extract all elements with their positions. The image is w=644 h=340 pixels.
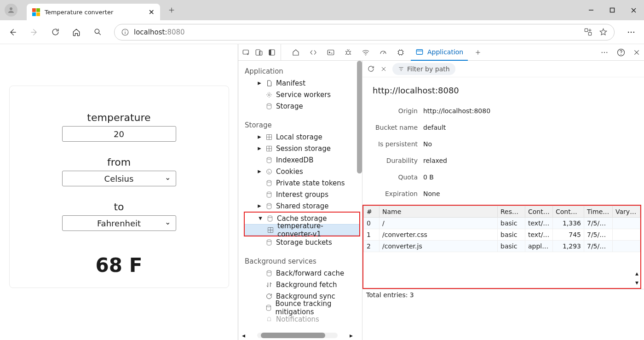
forward-button[interactable] [25,23,43,41]
svg-point-32 [268,171,268,171]
minimize-button[interactable] [581,0,602,20]
svg-rect-11 [243,50,248,54]
sidebar-item-manifest[interactable]: ▸Manifest [244,77,362,89]
sidebar-scrollbar[interactable] [357,61,362,173]
sidebar-item-session-storage[interactable]: ▸Session storage [244,143,362,154]
svg-point-5 [125,30,126,31]
rendered-page: temperature 20 from Celsius to Fahrenhei… [0,44,238,340]
svg-point-37 [267,203,271,205]
tab-close-icon[interactable]: ✕ [149,8,155,17]
tab-application[interactable]: Application [411,44,468,61]
hscroll-track[interactable] [257,333,338,338]
svg-rect-15 [269,50,271,55]
application-sidebar[interactable]: Application ▸Manifest Service workers St… [238,61,362,340]
label-to: to [114,201,124,213]
sidebar-item-bfcache[interactable]: Back/forward cache [244,267,362,279]
col-response[interactable]: Resp… [498,206,525,218]
svg-rect-6 [585,29,587,31]
col-content-type[interactable]: Cont… [525,206,553,218]
sidebar-item-service-workers[interactable]: Service workers [244,89,362,100]
new-tab-button[interactable] [164,2,179,18]
svg-point-34 [269,172,269,173]
col-content-length[interactable]: Conte… [553,206,584,218]
sidebar-item-storage[interactable]: Storage [244,100,362,112]
back-button[interactable] [4,23,22,41]
devtools-tabbar: Application [238,44,644,61]
console-icon [327,48,335,57]
table-row[interactable]: 0/basictext/…1,3367/5/2… [364,218,640,229]
label-from: from [107,156,131,168]
tab-welcome[interactable] [288,44,303,61]
col-name[interactable]: Name [380,206,498,218]
col-vary[interactable]: Vary … [613,206,640,218]
sidebar-item-indexeddb[interactable]: IndexedDB [244,154,362,166]
refresh-icon[interactable] [367,65,375,73]
address-bar[interactable]: localhost:8080 [114,24,615,40]
col-time[interactable]: Time … [584,206,613,218]
sidebar-item-private-tokens[interactable]: Private state tokens [244,177,362,189]
browser-tab[interactable]: Temperature converter ✕ [27,4,160,20]
wifi-icon [361,48,370,57]
svg-point-40 [267,240,271,242]
sidebar-item-interest-groups[interactable]: Interest groups [244,189,362,200]
database-icon [265,179,273,187]
device-icon[interactable] [255,48,263,57]
svg-point-31 [267,169,272,174]
devtools-close-icon[interactable] [633,49,640,56]
svg-rect-2 [610,8,615,12]
scroll-right-icon[interactable]: ▸ [350,332,353,339]
home-button[interactable] [67,23,86,41]
sidebar-item-storage-buckets[interactable]: Storage buckets [244,236,362,248]
tab-performance[interactable] [376,44,391,61]
extensions-icon[interactable] [584,28,592,36]
temperature-input[interactable]: 20 [62,126,176,142]
to-select[interactable]: Fahrenheit [62,215,176,231]
home-icon [292,48,300,57]
tab-console[interactable] [323,44,338,61]
svg-point-18 [365,55,366,56]
sidebar-item-cache-entry[interactable]: temperature-converter-v1 [245,224,359,236]
search-button[interactable] [88,23,107,41]
sidebar-item-local-storage[interactable]: ▸Local storage [244,131,362,143]
close-button[interactable] [623,0,644,20]
tab-elements[interactable] [306,44,321,61]
table-row[interactable]: 2/converter.jsbasicappli…1,2937/5/2… [364,241,640,252]
section-bg-services: Background services [242,254,362,267]
sidebar-item-notifications[interactable]: Notifications [244,313,362,325]
profile-avatar[interactable] [5,4,17,17]
highlight-cache-storage: ▾Cache storage temperature-converter-v1 [244,212,360,236]
cache-title: http://localhost:8080 [362,77,644,103]
inspect-icon[interactable] [242,48,250,57]
tab-sources[interactable] [341,44,356,61]
tab-memory[interactable] [393,44,408,61]
database-icon [266,215,274,222]
table-scroll-up-icon[interactable]: ▴ [635,270,638,277]
grid-icon [265,133,273,141]
more-tabs-button[interactable] [471,44,485,61]
hscroll-thumb[interactable] [261,333,325,338]
tab-network[interactable] [358,44,373,61]
dock-icon[interactable] [268,48,276,57]
more-icon[interactable] [600,48,609,57]
sidebar-item-bounce[interactable]: Bounce tracking mitigations [244,302,362,313]
sidebar-item-cookies[interactable]: ▸Cookies [244,166,362,177]
clear-icon[interactable] [380,66,387,72]
scroll-left-icon[interactable]: ◂ [242,332,245,339]
from-select[interactable]: Celsius [62,171,176,186]
updown-icon [265,281,273,288]
reload-button[interactable] [46,23,64,41]
help-icon[interactable] [616,48,626,57]
maximize-button[interactable] [602,0,623,20]
svg-point-23 [606,52,607,52]
table-row[interactable]: 1/converter.cssbasictext/c…7457/5/2… [364,229,640,241]
sidebar-item-shared-storage[interactable]: ▸Shared storage [244,200,362,212]
filter-input[interactable]: Filter by path [392,63,455,75]
application-icon [415,48,424,56]
col-index[interactable]: # [364,206,380,218]
menu-button[interactable] [622,23,640,41]
favorite-icon[interactable] [599,28,608,36]
svg-point-3 [95,29,99,33]
table-scroll-down-icon[interactable]: ▾ [635,279,638,286]
sidebar-item-bg-fetch[interactable]: Background fetch [244,279,362,290]
info-icon[interactable] [121,28,129,36]
